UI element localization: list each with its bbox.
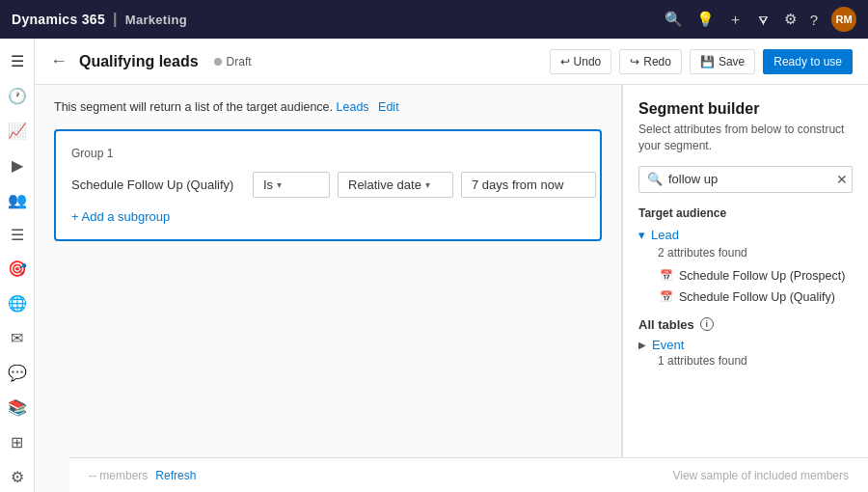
left-sidebar: ☰ 🕐 📈 ▶ 👥 ☰ 🎯 🌐 ✉ 💬 📚 ⊞ ⚙ <box>0 39 35 492</box>
lead-entity-group: ▾ Lead 2 attributes found 📅 Schedule Fol… <box>638 228 853 308</box>
redo-icon: ↪ <box>630 55 639 68</box>
event-entity-header[interactable]: ▶ Event <box>638 338 853 352</box>
event-entity-name: Event <box>652 338 684 352</box>
avatar[interactable]: RM <box>831 7 856 32</box>
book-icon[interactable]: 📚 <box>2 392 33 423</box>
condition-value: 7 days from now <box>461 172 596 198</box>
undo-button[interactable]: ↩ Undo <box>550 49 612 74</box>
home-icon[interactable]: 🕐 <box>2 81 33 112</box>
target-icon[interactable]: 🎯 <box>2 254 33 285</box>
all-tables-header: All tables i <box>638 317 853 332</box>
ready-button[interactable]: Ready to use <box>763 49 853 74</box>
help-icon[interactable]: ? <box>810 12 818 28</box>
grid-icon[interactable]: ⊞ <box>2 426 33 457</box>
attribute-label-2: Schedule Follow Up (Qualify) <box>679 290 835 304</box>
search-clear-icon[interactable]: ✕ <box>836 172 848 187</box>
back-button[interactable]: ← <box>50 51 68 71</box>
type-select[interactable]: Relative date ▾ <box>338 172 453 198</box>
status-badge: Draft <box>214 55 252 68</box>
search-icon[interactable]: 🔍 <box>665 11 683 28</box>
undo-icon: ↩ <box>560 55 570 68</box>
attribute-item[interactable]: 📅 Schedule Follow Up (Prospect) <box>638 265 853 287</box>
lead-entity-header[interactable]: ▾ Lead <box>638 228 853 242</box>
lead-entity-count: 2 attributes found <box>658 246 853 260</box>
save-button[interactable]: 💾 Save <box>690 49 755 74</box>
hamburger-icon[interactable]: ☰ <box>2 46 33 77</box>
redo-button[interactable]: ↪ Redo <box>619 49 682 74</box>
group-label: Group 1 <box>71 147 584 160</box>
condition-field: Schedule Follow Up (Qualify) <box>71 178 245 192</box>
attribute-item[interactable]: 📅 Schedule Follow Up (Qualify) <box>638 287 853 308</box>
event-chevron-icon: ▶ <box>638 340 646 350</box>
status-label: Draft <box>227 55 252 68</box>
attribute-label-1: Schedule Follow Up (Prospect) <box>679 269 845 283</box>
lead-chevron-icon: ▾ <box>638 228 645 242</box>
search-icon: 🔍 <box>647 172 663 186</box>
operator-value: Is <box>263 178 273 192</box>
search-box[interactable]: 🔍 ✕ <box>638 166 853 193</box>
save-icon: 💾 <box>700 55 715 68</box>
status-dot <box>214 58 222 66</box>
page-title: Qualifying leads <box>79 53 199 70</box>
mail-icon[interactable]: ✉ <box>2 323 33 354</box>
footer-view-sample[interactable]: View sample of included members <box>672 469 849 482</box>
refresh-link[interactable]: Refresh <box>155 469 196 482</box>
condition-row: Schedule Follow Up (Qualify) Is ▾ Relati… <box>71 172 584 198</box>
panel-subtitle: Select attributes from below to construc… <box>638 122 853 154</box>
top-nav: Dynamics 365 | Marketing 🔍 💡 ＋ ⛛ ⚙ ? RM <box>0 0 868 39</box>
leads-link[interactable]: Leads <box>337 100 369 114</box>
module-name: Marketing <box>125 13 187 27</box>
top-nav-icons: 🔍 💡 ＋ ⛛ ⚙ ? RM <box>665 7 856 32</box>
toolbar: ← Qualifying leads Draft ↩ Undo ↪ Redo 💾… <box>35 39 868 85</box>
add-subgroup-label: + Add a subgroup <box>71 209 170 224</box>
event-group: ▶ Event 1 attributes found <box>638 338 853 368</box>
operator-select[interactable]: Is ▾ <box>253 172 330 198</box>
chart-icon[interactable]: 📈 <box>2 116 33 147</box>
edit-link[interactable]: Edit <box>378 100 399 114</box>
type-chevron: ▾ <box>425 179 430 190</box>
brand-name: Dynamics 365 <box>12 12 105 27</box>
main-area: ← Qualifying leads Draft ↩ Undo ↪ Redo 💾… <box>35 39 868 492</box>
attr-icon-2: 📅 <box>660 290 673 303</box>
chat-icon[interactable]: 💬 <box>2 358 33 389</box>
add-icon[interactable]: ＋ <box>728 11 743 29</box>
event-entity-count: 1 attributes found <box>658 354 853 368</box>
all-tables-label: All tables <box>638 317 694 332</box>
segment-area: This segment will return a list of the t… <box>35 85 622 492</box>
play-icon[interactable]: ▶ <box>2 150 33 181</box>
nav-divider: | <box>113 11 118 28</box>
panel-title: Segment builder <box>638 100 853 118</box>
settings2-icon[interactable]: ⚙ <box>2 461 33 492</box>
list-icon[interactable]: ☰ <box>2 219 33 250</box>
segment-info: This segment will return a list of the t… <box>54 100 602 114</box>
search-input[interactable] <box>668 172 830 186</box>
settings-icon[interactable]: ⚙ <box>784 11 797 28</box>
attr-icon-1: 📅 <box>660 269 673 282</box>
content-row: This segment will return a list of the t… <box>35 85 868 492</box>
globe-icon[interactable]: 🌐 <box>2 288 33 319</box>
target-label: Target audience <box>638 206 853 220</box>
people-icon[interactable]: 👥 <box>2 184 33 215</box>
group-box: Group 1 Schedule Follow Up (Qualify) Is … <box>54 129 602 241</box>
right-panel: Segment builder Select attributes from b… <box>622 85 868 492</box>
segment-info-text: This segment will return a list of the t… <box>54 100 333 114</box>
type-value: Relative date <box>348 178 421 192</box>
info-icon[interactable]: i <box>700 317 714 331</box>
add-subgroup-button[interactable]: + Add a subgroup <box>71 209 584 224</box>
footer-members: -- members <box>89 469 148 482</box>
footer: -- members Refresh View sample of includ… <box>69 457 868 492</box>
lead-entity-name: Lead <box>651 228 679 242</box>
filter-icon[interactable]: ⛛ <box>756 12 771 28</box>
operator-chevron: ▾ <box>277 179 282 190</box>
notification-icon[interactable]: 💡 <box>696 11 715 28</box>
brand: Dynamics 365 | Marketing <box>12 11 187 28</box>
